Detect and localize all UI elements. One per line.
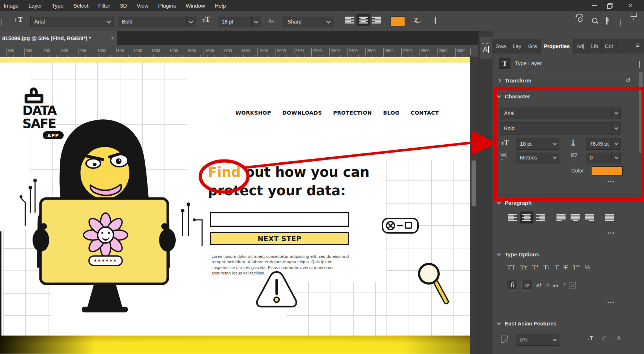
type-option-button[interactable]: Tᴛ	[520, 264, 528, 270]
site-nav-item[interactable]: WORKSHOP	[235, 110, 271, 116]
panel-menu-icon[interactable]: ≡	[636, 41, 640, 49]
east-asian-section-header[interactable]: East Asian Features	[498, 320, 556, 327]
text-align-button[interactable]	[357, 14, 370, 26]
panel-tab[interactable]: Lib	[588, 39, 601, 54]
type-options-more[interactable]: •••	[607, 300, 615, 305]
type-option-button[interactable]: σ	[521, 280, 532, 291]
panel-tab[interactable]: Swa	[492, 39, 509, 54]
transform-section-header[interactable]: Transform	[498, 77, 531, 84]
panel-tab[interactable]: Gra	[525, 39, 541, 54]
paragraph-more-options[interactable]: •••	[607, 231, 615, 236]
document-tab[interactable]: 815099.jpg @ 50% (Find, RGB/8*) * ×	[0, 31, 117, 45]
menu-item[interactable]: Plugins	[158, 3, 176, 9]
menu-item[interactable]: 3D	[120, 3, 127, 9]
chevron-right-icon	[497, 78, 501, 82]
menu-item[interactable]: Layer	[29, 3, 42, 9]
site-nav-item[interactable]: BLOG	[383, 110, 400, 116]
menu-item[interactable]: Window	[185, 3, 205, 9]
restore-button[interactable]	[603, 0, 615, 11]
horizontal-ruler: 5006007008009001000110012001300140015001…	[0, 45, 478, 57]
ruler-tick: 800	[60, 45, 78, 57]
minimize-button[interactable]	[589, 0, 601, 11]
vertical-type-icon[interactable]	[14, 16, 23, 23]
tab-close-icon[interactable]: ×	[111, 35, 114, 42]
chevron-down-icon[interactable]	[104, 16, 113, 27]
paragraph-align-icon	[522, 214, 531, 221]
anti-alias-select[interactable]: Sharp	[283, 16, 333, 27]
paragraph-align-button[interactable]	[506, 212, 519, 223]
paragraph-align-button[interactable]	[583, 212, 596, 223]
scroll-up-icon[interactable]	[639, 61, 640, 68]
toggle-panels-icon[interactable]	[435, 17, 436, 24]
type-option-button[interactable]: a	[569, 282, 576, 289]
type-option-button[interactable]: TT	[507, 264, 515, 270]
font-style-select[interactable]: Bold	[118, 16, 196, 27]
type-options-section-header[interactable]: Type Options	[498, 251, 539, 257]
site-nav-item[interactable]: PROTECTION	[333, 110, 372, 116]
chevron-down-icon[interactable]	[324, 16, 333, 27]
reset-icon[interactable]: ↺	[626, 77, 631, 84]
ruler-tick: 1300	[150, 45, 168, 57]
type-option-button[interactable]: T¹	[532, 264, 539, 270]
ruler-tick: 1800	[240, 45, 258, 57]
type-option-button[interactable]: ½	[585, 264, 590, 270]
minimize-icon	[592, 5, 597, 6]
burasagari-select[interactable]: 0%	[516, 334, 559, 346]
menu-item[interactable]: View	[137, 3, 148, 9]
type-option-button[interactable]: aa	[553, 283, 558, 288]
type-option-button[interactable]: st	[536, 282, 541, 288]
paragraph-align-button[interactable]	[520, 212, 533, 223]
menu-item[interactable]: Select	[73, 3, 89, 9]
paragraph-align-button[interactable]	[603, 212, 616, 223]
next-step-button[interactable]: NEXT STEP	[210, 232, 349, 245]
lock-icon	[25, 88, 48, 104]
site-text-input[interactable]	[210, 212, 349, 227]
type-option-button[interactable]: A	[545, 282, 549, 288]
menu-item[interactable]: Help	[215, 3, 226, 9]
menu-item[interactable]: Type	[52, 3, 64, 9]
paragraph-align-button[interactable]	[569, 212, 581, 223]
close-button[interactable]: ×	[624, 0, 636, 11]
collapsed-panel-dock: A	[478, 31, 493, 354]
chevron-down-icon[interactable]	[620, 20, 620, 26]
panel-tab[interactable]: Properties	[541, 39, 573, 54]
panel-tab[interactable]: Col	[602, 39, 617, 54]
tate-chu-yoko-icon[interactable]: 1²	[602, 335, 606, 341]
menu-item[interactable]: Image	[4, 3, 19, 9]
type-option-button[interactable]: T	[555, 264, 559, 270]
scrollbar-thumb[interactable]	[472, 160, 476, 206]
menu-item[interactable]: Filter	[98, 3, 110, 9]
type-option-button[interactable]: T	[563, 264, 567, 270]
font-size-select[interactable]: 18 pt	[218, 16, 261, 27]
font-family-select[interactable]: Arial	[30, 16, 114, 27]
ruler-tick: 2300	[329, 45, 347, 57]
text-align-button[interactable]	[370, 14, 383, 26]
chevron-down-icon[interactable]	[251, 16, 261, 27]
workspace-icon[interactable]	[606, 18, 607, 24]
ruler-tick: 700	[42, 45, 60, 57]
warp-text-icon[interactable]	[414, 17, 417, 23]
type-layer-icon: T	[499, 57, 511, 69]
type-option-button[interactable]: T₁	[543, 264, 550, 270]
canvas[interactable]: ******	[0, 57, 470, 354]
chevron-down-icon[interactable]	[550, 334, 559, 345]
site-nav-item[interactable]: CONTACT	[411, 110, 439, 116]
type-option-button[interactable]: T	[562, 282, 566, 288]
vertical-align-icon[interactable]: ↓A	[615, 335, 621, 341]
site-nav-item[interactable]: DOWNLOADS	[282, 110, 322, 116]
ruler-collapse-icon[interactable]	[470, 49, 475, 54]
text-color-swatch[interactable]	[391, 16, 405, 27]
type-option-button[interactable]: fi	[507, 280, 518, 291]
ruler-tick: 2400	[347, 45, 366, 57]
canvas-vertical-scrollbar[interactable]	[470, 57, 478, 354]
vertical-text-icon[interactable]: ↓T	[588, 335, 593, 341]
paragraph-align-button[interactable]	[555, 212, 567, 223]
paragraph-align-button[interactable]	[534, 212, 547, 223]
chevron-down-icon[interactable]	[186, 16, 196, 27]
tool-preset-chevron-icon[interactable]	[1, 19, 1, 26]
panel-tab[interactable]: Lay	[509, 39, 525, 54]
text-align-button[interactable]	[344, 14, 356, 26]
panel-tab[interactable]: Adj	[573, 39, 588, 54]
type-option-button[interactable]: 1ˢᵗ	[572, 264, 580, 270]
character-panel-dock-button[interactable]: A	[480, 37, 492, 59]
